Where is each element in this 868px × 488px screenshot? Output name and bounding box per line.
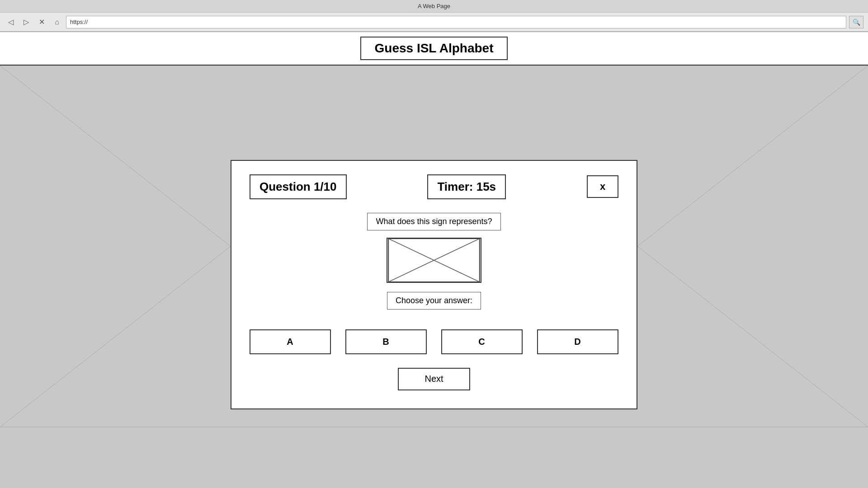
close-button[interactable]: x bbox=[587, 175, 618, 198]
next-btn-container: Next bbox=[250, 368, 618, 390]
svg-line-3 bbox=[637, 246, 868, 427]
forward-button[interactable]: ▷ bbox=[20, 16, 33, 28]
next-button[interactable]: Next bbox=[398, 368, 470, 390]
browser-toolbar: ◁ ▷ ✕ ⌂ 🔍 bbox=[0, 13, 868, 32]
page-title-box: Guess ISL Alphabet bbox=[360, 37, 508, 60]
answer-button-d[interactable]: D bbox=[537, 329, 618, 354]
question-label: Question 1/10 bbox=[250, 174, 347, 199]
page-content: Question 1/10 Timer: 15s x What does thi… bbox=[0, 66, 868, 488]
browser-title-text: A Web Page bbox=[418, 3, 450, 9]
back-button[interactable]: ◁ bbox=[5, 16, 17, 28]
page-title-text: Guess ISL Alphabet bbox=[375, 41, 494, 55]
search-button[interactable]: 🔍 bbox=[849, 16, 863, 28]
answer-buttons: A B C D bbox=[250, 329, 618, 354]
choose-answer-text: Choose your answer: bbox=[387, 292, 481, 310]
answer-button-a[interactable]: A bbox=[250, 329, 331, 354]
home-button[interactable]: ⌂ bbox=[51, 16, 63, 28]
answer-button-c[interactable]: C bbox=[441, 329, 523, 354]
svg-line-2 bbox=[637, 66, 868, 246]
answer-button-b[interactable]: B bbox=[345, 329, 427, 354]
page-title-area: Guess ISL Alphabet bbox=[0, 32, 868, 66]
question-text: What does this sign represents? bbox=[367, 213, 500, 230]
quiz-header: Question 1/10 Timer: 15s x bbox=[250, 174, 618, 199]
question-area: What does this sign represents? Choose y… bbox=[250, 213, 618, 320]
address-bar[interactable] bbox=[66, 16, 846, 28]
browser-titlebar: A Web Page bbox=[0, 0, 868, 13]
quiz-card: Question 1/10 Timer: 15s x What does thi… bbox=[231, 160, 637, 409]
close-tab-button[interactable]: ✕ bbox=[35, 16, 48, 28]
timer-label: Timer: 15s bbox=[427, 174, 506, 199]
svg-line-1 bbox=[0, 246, 231, 427]
sign-image-placeholder bbox=[387, 238, 481, 283]
svg-line-0 bbox=[0, 66, 231, 246]
